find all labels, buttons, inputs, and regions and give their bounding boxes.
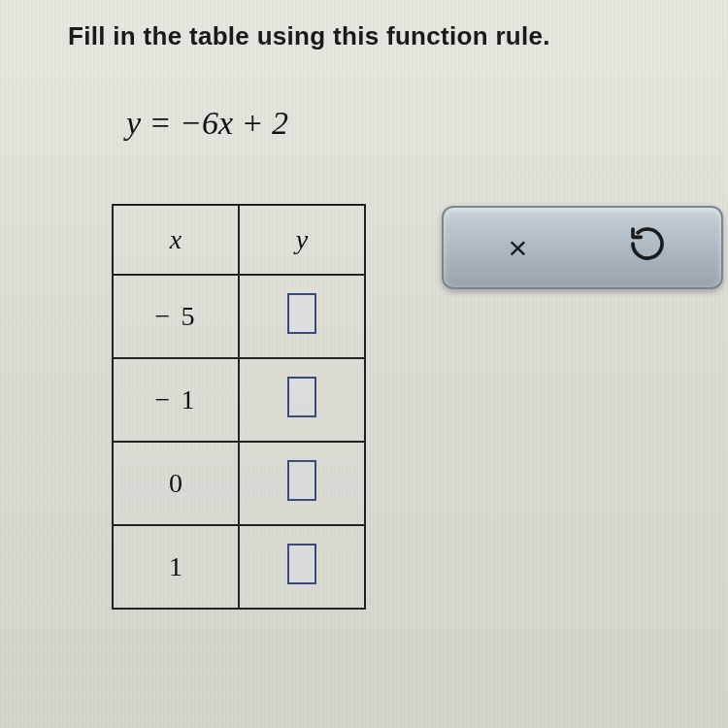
y-cell: [239, 275, 365, 358]
equation-text: y = −6x + 2: [126, 105, 288, 142]
column-header-y: y: [239, 205, 365, 275]
close-button[interactable]: ×: [489, 218, 547, 277]
close-icon: ×: [509, 229, 528, 267]
table-row: − 5: [113, 275, 365, 358]
x-value: 1: [113, 525, 239, 609]
instruction-text: Fill in the table using this function ru…: [68, 21, 550, 51]
table-row: 0: [113, 442, 365, 525]
y-cell: [239, 525, 365, 609]
x-value: − 1: [113, 358, 239, 442]
reset-button[interactable]: [618, 218, 677, 277]
answer-input[interactable]: [287, 460, 316, 501]
x-value: 0: [113, 442, 239, 525]
column-header-x: x: [113, 205, 239, 275]
answer-input[interactable]: [287, 544, 316, 584]
action-toolbar: ×: [442, 206, 723, 289]
table-row: − 1: [113, 358, 365, 442]
y-cell: [239, 442, 365, 525]
y-cell: [239, 358, 365, 442]
table-row: 1: [113, 525, 365, 609]
answer-input[interactable]: [287, 293, 316, 334]
function-table: x y − 5 − 1 0 1: [112, 204, 366, 610]
x-value: − 5: [113, 275, 239, 358]
answer-input[interactable]: [287, 377, 316, 417]
undo-icon: [628, 224, 667, 271]
